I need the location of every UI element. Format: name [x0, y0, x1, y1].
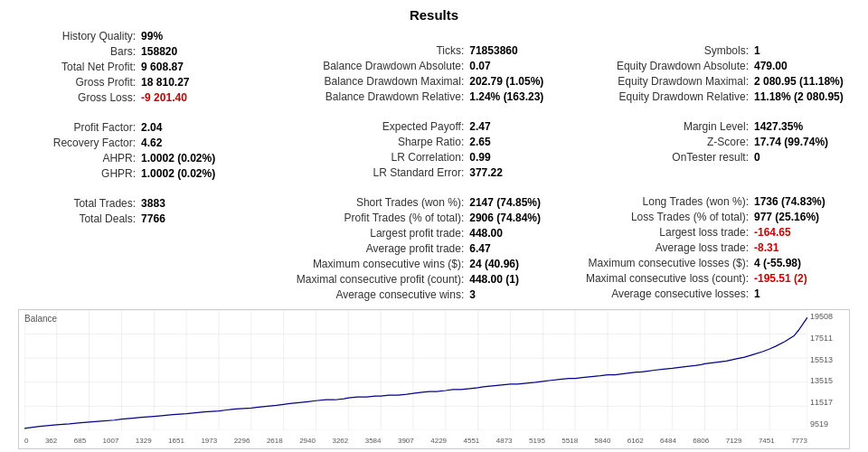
xaxis-9: 2940 [299, 437, 316, 445]
val-gp: 18 810.27 [141, 76, 231, 89]
yaxis-label-4: 13515 [807, 376, 833, 385]
val-mclc: -195.51 (2) [754, 272, 844, 285]
xaxis-19: 6162 [627, 437, 644, 445]
val-ot: 0 [754, 151, 844, 164]
val-ltw: 1736 (74.83%) [754, 195, 844, 208]
lbl-lrse: LR Standard Error: [242, 166, 469, 179]
lbl-mclc: Maximal consecutive loss (count): [571, 272, 754, 285]
xaxis-6: 1973 [201, 437, 217, 445]
val-bdr: 1.24% (163.23) [469, 90, 560, 103]
lbl-ml: Margin Level: [571, 120, 754, 133]
xaxis-2: 685 [74, 437, 86, 445]
val-mcw: 24 (40.96) [469, 258, 560, 270]
xaxis-0: 0 [24, 437, 28, 445]
val-stw: 2147 (74.85%) [469, 196, 560, 209]
lbl-ltt: Loss Trades (% of total): [571, 211, 754, 223]
lbl-gl: Gross Loss: [24, 91, 141, 104]
val-bda: 0.07 [469, 60, 560, 72]
xaxis-3: 1007 [103, 437, 119, 445]
lbl-ghpr: GHPR: [24, 167, 141, 180]
val-tt: 3883 [141, 197, 231, 210]
xaxis-5: 1651 [168, 437, 184, 445]
val-zs: 17.74 (99.74%) [754, 136, 844, 148]
xaxis-17: 5518 [561, 437, 578, 445]
lbl-alt: Average loss trade: [571, 241, 754, 254]
lbl-ticks: Ticks: [242, 44, 469, 57]
lbl-sym: Symbols: [571, 44, 754, 57]
val-ml: 1427.35% [754, 120, 844, 133]
xaxis-14: 4551 [464, 437, 480, 445]
lbl-edr: Equity Drawdown Relative: [571, 90, 754, 103]
yaxis-label-3: 15513 [807, 355, 833, 364]
val-gl: -9 201.40 [141, 91, 231, 104]
lbl-mcl: Maximum consecutive losses ($): [571, 257, 754, 269]
lbl-ahpr: AHPR: [24, 152, 141, 165]
xaxis-18: 5840 [595, 437, 611, 445]
val-bars: 158820 [141, 45, 231, 58]
val-alt: -8.31 [754, 241, 844, 254]
lbl-lpt: Largest profit trade: [242, 227, 469, 240]
yaxis-label-2: 17511 [807, 334, 833, 343]
val-hq: 99% [141, 30, 231, 42]
lbl-mcpc: Maximal consecutive profit (count): [242, 273, 469, 286]
val-ep: 2.47 [469, 120, 560, 133]
lbl-bdm: Balance Drawdown Maximal: [242, 75, 469, 88]
xaxis-23: 7451 [759, 437, 775, 445]
lbl-hq: History Quality: [24, 30, 141, 42]
val-acl: 1 [754, 287, 844, 300]
val-mcpc: 448.00 (1) [469, 273, 560, 286]
lbl-ot: OnTester result: [571, 151, 754, 164]
val-ahpr: 1.0002 (0.02%) [141, 152, 231, 165]
val-bdm: 202.79 (1.05%) [469, 75, 560, 88]
xaxis-4: 1329 [136, 437, 152, 445]
lbl-tt: Total Trades: [24, 197, 141, 210]
val-tnp: 9 608.87 [141, 61, 231, 73]
lbl-eda: Equity Drawdown Absolute: [571, 60, 754, 72]
xaxis-1: 362 [45, 437, 57, 445]
val-edm: 2 080.95 (11.18%) [754, 75, 844, 88]
lbl-ptt: Profit Trades (% of total): [242, 212, 469, 224]
val-rf: 4.62 [141, 137, 231, 149]
lbl-ltw: Long Trades (won %): [571, 195, 754, 208]
lbl-mcw: Maximum consecutive wins ($): [242, 258, 469, 270]
val-acw: 3 [469, 288, 560, 301]
lbl-llt: Largest loss trade: [571, 226, 754, 239]
val-lpt: 448.00 [469, 227, 560, 240]
lbl-gp: Gross Profit: [24, 76, 141, 89]
xaxis-11: 3584 [365, 437, 382, 445]
val-llt: -164.65 [754, 226, 844, 239]
xaxis-8: 2618 [267, 437, 283, 445]
xaxis-24: 7773 [791, 437, 807, 445]
xaxis-10: 3262 [332, 437, 348, 445]
lbl-apt: Average profit trade: [242, 242, 469, 255]
xaxis-22: 7129 [726, 437, 742, 445]
col2: Ticks:71853860 Balance Drawdown Absolute… [237, 28, 565, 302]
lbl-rf: Recovery Factor: [24, 137, 141, 149]
xaxis-16: 5195 [529, 437, 545, 445]
val-ptt: 2906 (74.84%) [469, 212, 560, 224]
page-title: Results [0, 0, 868, 28]
lbl-zs: Z-Score: [571, 136, 754, 148]
chart-xaxis: 0 362 685 1007 1329 1651 1973 2296 2618 … [24, 432, 807, 448]
xaxis-21: 6806 [693, 437, 709, 445]
lbl-bars: Bars: [24, 45, 141, 58]
lbl-lrc: LR Correlation: [242, 151, 469, 164]
lbl-td: Total Deals: [24, 212, 141, 225]
balance-chart: Balance 19508 17511 15513 13515 11517 95… [18, 309, 850, 449]
xaxis-12: 3907 [398, 437, 414, 445]
lbl-pf: Profit Factor: [24, 121, 141, 134]
col3: Symbols:1 Equity Drawdown Absolute:479.0… [565, 28, 850, 302]
yaxis-label-6: 9519 [807, 419, 828, 428]
val-edr: 11.18% (2 080.95) [754, 90, 844, 103]
lbl-stw: Short Trades (won %): [242, 196, 469, 209]
xaxis-20: 6484 [660, 437, 676, 445]
yaxis-label-1: 19508 [807, 312, 833, 321]
lbl-bdr: Balance Drawdown Relative: [242, 90, 469, 103]
chart-yaxis: 19508 17511 15513 13515 11517 9519 [807, 310, 849, 430]
val-ltt: 977 (25.16%) [754, 211, 844, 223]
lbl-ep: Expected Payoff: [242, 120, 469, 133]
val-lrc: 0.99 [469, 151, 560, 164]
val-apt: 6.47 [469, 242, 560, 255]
xaxis-13: 4229 [430, 437, 447, 445]
lbl-sr: Sharpe Ratio: [242, 136, 469, 148]
